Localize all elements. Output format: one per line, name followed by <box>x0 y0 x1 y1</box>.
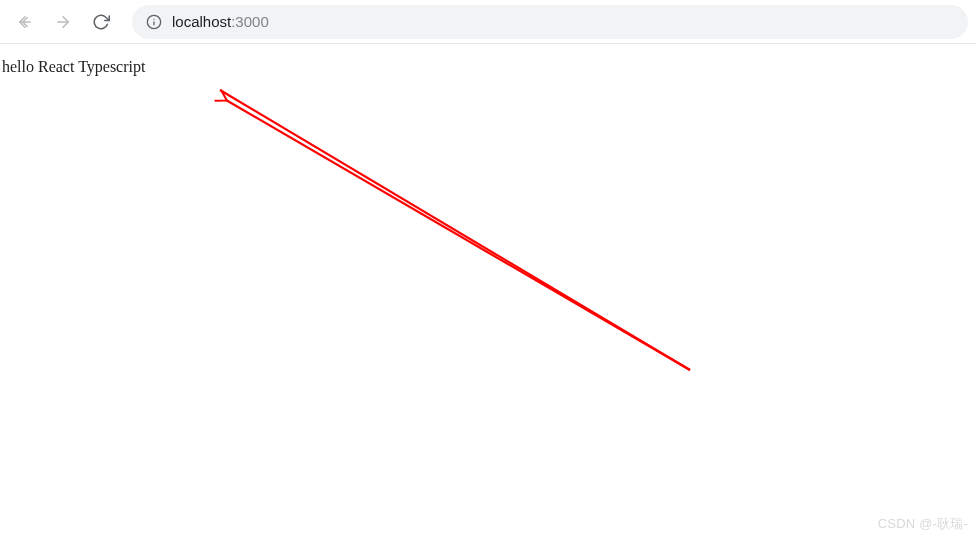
page-body-text: hello React Typescript <box>0 44 976 90</box>
forward-button[interactable] <box>46 5 80 39</box>
svg-line-7 <box>226 100 690 370</box>
site-info-icon[interactable] <box>146 14 162 30</box>
watermark-text: CSDN @-耿瑞- <box>878 515 968 533</box>
address-bar[interactable]: localhost:3000 <box>132 5 968 39</box>
url-host: localhost <box>172 13 231 30</box>
reload-button[interactable] <box>84 5 118 39</box>
browser-toolbar: localhost:3000 <box>0 0 976 44</box>
reload-icon <box>92 13 110 31</box>
arrow-right-icon <box>54 13 72 31</box>
svg-line-6 <box>220 90 690 370</box>
url-text: localhost:3000 <box>172 13 269 30</box>
url-port: :3000 <box>231 13 269 30</box>
back-button[interactable] <box>8 5 42 39</box>
